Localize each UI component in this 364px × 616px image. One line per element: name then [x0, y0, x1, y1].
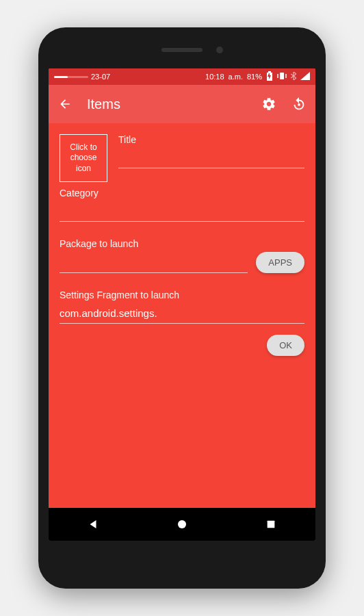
- package-section: Package to launch APPS: [60, 238, 304, 273]
- signal-icon: [300, 72, 310, 82]
- status-time: 10:18: [205, 73, 224, 81]
- page-title: Items: [87, 97, 247, 112]
- status-small-time: 23-07: [91, 73, 110, 81]
- content: Click to choose icon Title Category Pack…: [49, 123, 315, 508]
- nav-back-button[interactable]: [85, 516, 101, 532]
- settings-button[interactable]: [261, 96, 277, 112]
- package-row: APPS: [60, 252, 304, 273]
- category-label: Category: [60, 188, 304, 198]
- status-bar: 23-07 10:18 a.m. 81%: [49, 68, 315, 85]
- nav-home-button[interactable]: [174, 516, 190, 532]
- ok-row: OK: [60, 335, 304, 356]
- package-field: [60, 253, 248, 273]
- phone-speaker: [161, 48, 203, 52]
- package-label: Package to launch: [60, 238, 304, 249]
- svg-rect-0: [280, 73, 284, 79]
- vibrate-icon: [277, 72, 287, 81]
- category-input[interactable]: [60, 201, 304, 222]
- phone-frame: 23-07 10:18 a.m. 81% Items: [38, 27, 326, 589]
- progress-bar-icon: [54, 76, 88, 78]
- bluetooth-icon: [291, 72, 296, 81]
- screen: 23-07 10:18 a.m. 81% Items: [49, 68, 315, 541]
- category-field-group: Category: [60, 188, 304, 222]
- status-ampm: a.m.: [229, 73, 243, 81]
- status-battery: 81%: [247, 73, 262, 81]
- svg-point-1: [298, 103, 300, 106]
- title-field-group: Title: [118, 134, 304, 182]
- phone-camera: [216, 47, 223, 53]
- fragment-section: Settings Fragment to launch: [60, 290, 304, 324]
- svg-point-2: [178, 520, 186, 528]
- nav-bar: [49, 508, 315, 541]
- battery-icon: [266, 71, 273, 82]
- fragment-input[interactable]: [60, 303, 304, 324]
- fragment-label: Settings Fragment to launch: [60, 290, 304, 300]
- title-label: Title: [118, 134, 304, 145]
- nav-recent-button[interactable]: [263, 516, 279, 532]
- ok-button[interactable]: OK: [267, 335, 304, 356]
- icon-chooser[interactable]: Click to choose icon: [60, 134, 107, 182]
- back-button[interactable]: [57, 96, 73, 112]
- svg-rect-3: [268, 521, 275, 528]
- status-left: 23-07: [54, 73, 110, 81]
- apps-button[interactable]: APPS: [256, 252, 304, 273]
- title-input[interactable]: [118, 148, 304, 168]
- restore-button[interactable]: [291, 96, 307, 112]
- top-row: Click to choose icon Title: [60, 134, 304, 182]
- package-input[interactable]: [60, 253, 248, 273]
- app-bar: Items: [49, 85, 315, 123]
